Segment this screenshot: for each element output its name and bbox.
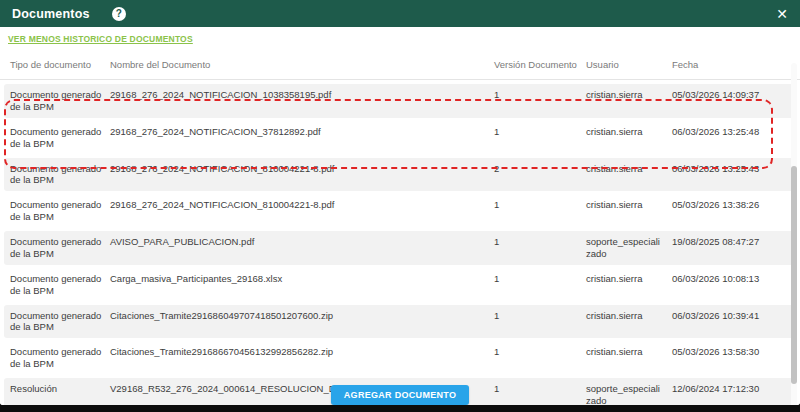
cell-fecha: 05/03/2026 13:58:30 bbox=[672, 346, 785, 358]
cell-fecha: 06/03/2026 10:08:13 bbox=[672, 273, 785, 285]
cell-fecha: 05/03/2026 14:09:37 bbox=[672, 89, 785, 101]
cell-tipo: Documento generado de la BPM bbox=[10, 310, 110, 334]
cell-tipo: Documento generado de la BPM bbox=[10, 346, 110, 370]
col-header-tipo: Tipo de documento bbox=[10, 59, 110, 70]
add-document-button[interactable]: AGREGAR DOCUMENTO bbox=[331, 385, 469, 405]
scrollbar-track[interactable] bbox=[791, 63, 797, 405]
cell-fecha: 05/03/2026 13:38:26 bbox=[672, 199, 785, 211]
table-row: Documento generado de la BPM 29168_276_2… bbox=[4, 121, 796, 155]
documents-modal: Documentos ? ✕ VER MENOS HISTORICO DE DO… bbox=[0, 0, 800, 405]
cell-nombre: 29168_276_2024_NOTIFICACION_37812892.pdf bbox=[110, 126, 494, 138]
cell-fecha: 06/03/2026 13:25:43 bbox=[672, 163, 785, 175]
cell-usuario: cristian.sierra bbox=[586, 310, 672, 322]
table-row: Documento generado de la BPM 29168_276_2… bbox=[4, 194, 796, 228]
cell-nombre: AVISO_PARA_PUBLICACION.pdf bbox=[110, 236, 494, 248]
cell-tipo: Documento generado de la BPM bbox=[10, 163, 110, 187]
cell-nombre: Carga_masiva_Participantes_29168.xlsx bbox=[110, 273, 494, 285]
col-header-nombre: Nombre del Documento bbox=[110, 59, 494, 70]
cell-version: 1 bbox=[494, 310, 586, 322]
cell-version: 1 bbox=[494, 346, 586, 358]
toggle-history-link[interactable]: VER MENOS HISTORICO DE DOCUMENTOS bbox=[8, 34, 193, 44]
table-row: Documento generado de la BPM Carga_masiv… bbox=[4, 268, 796, 302]
cell-nombre: Citaciones_Tramite2916860497074185012076… bbox=[110, 310, 494, 322]
cell-usuario: cristian.sierra bbox=[586, 346, 672, 358]
cell-version: 1 bbox=[494, 89, 586, 101]
documents-table: Tipo de documento Nombre del Documento V… bbox=[0, 50, 800, 405]
cell-tipo: Documento generado de la BPM bbox=[10, 199, 110, 223]
table-row: Documento generado de la BPM 29168_276_2… bbox=[4, 158, 796, 192]
cell-version: 1 bbox=[494, 126, 586, 138]
cell-version: 1 bbox=[494, 273, 586, 285]
cell-nombre: Citaciones_Tramite2916866704561329928562… bbox=[110, 346, 494, 358]
cell-tipo: Documento generado de la BPM bbox=[10, 236, 110, 260]
table-header-row: Tipo de documento Nombre del Documento V… bbox=[0, 50, 800, 80]
footer-bar: AGREGAR DOCUMENTO bbox=[0, 384, 800, 405]
documents-modal-screen: Documentos ? ✕ VER MENOS HISTORICO DE DO… bbox=[0, 0, 800, 412]
cell-nombre: 29168_276_2024_NOTIFICACION_1038358195.p… bbox=[110, 89, 494, 101]
modal-title: Documentos bbox=[12, 7, 90, 21]
cell-tipo: Documento generado de la BPM bbox=[10, 273, 110, 297]
col-header-usuario: Usuario bbox=[586, 59, 672, 70]
table-row: Documento generado de la BPM AVISO_PARA_… bbox=[4, 231, 796, 265]
table-body: Documento generado de la BPM 29168_276_2… bbox=[0, 80, 800, 405]
cell-usuario: cristian.sierra bbox=[586, 89, 672, 101]
cell-usuario: cristian.sierra bbox=[586, 163, 672, 175]
cell-usuario: cristian.sierra bbox=[586, 126, 672, 138]
cell-version: 2 bbox=[494, 163, 586, 175]
cell-usuario: cristian.sierra bbox=[586, 199, 672, 211]
modal-body: VER MENOS HISTORICO DE DOCUMENTOS Tipo d… bbox=[0, 27, 800, 405]
cell-version: 1 bbox=[494, 236, 586, 248]
cell-tipo: Documento generado de la BPM bbox=[10, 89, 110, 113]
cell-nombre: 29168_276_2024_NOTIFICACION_810004221-8.… bbox=[110, 199, 494, 211]
col-header-version: Versión Documento bbox=[494, 59, 586, 70]
cell-usuario: cristian.sierra bbox=[586, 273, 672, 285]
table-row: Documento generado de la BPM Citaciones_… bbox=[4, 341, 796, 375]
close-icon[interactable]: ✕ bbox=[776, 7, 788, 21]
col-header-fecha: Fecha bbox=[672, 59, 785, 70]
cell-tipo: Documento generado de la BPM bbox=[10, 126, 110, 150]
table-row: Documento generado de la BPM Citaciones_… bbox=[4, 305, 796, 339]
help-icon[interactable]: ? bbox=[112, 7, 126, 21]
background-overlay-strip bbox=[0, 405, 800, 412]
cell-fecha: 19/08/2025 08:47:27 bbox=[672, 236, 785, 248]
cell-usuario: soporte_especializado bbox=[586, 236, 672, 260]
cell-version: 1 bbox=[494, 199, 586, 211]
cell-nombre: 29168_276_2024_NOTIFICACION_810004221-8.… bbox=[110, 163, 494, 175]
cell-fecha: 06/03/2026 13:25:48 bbox=[672, 126, 785, 138]
modal-header: Documentos ? ✕ bbox=[0, 0, 800, 27]
table-row: Documento generado de la BPM 29168_276_2… bbox=[4, 84, 796, 118]
scrollbar-thumb[interactable] bbox=[791, 166, 797, 384]
cell-fecha: 06/03/2026 10:39:41 bbox=[672, 310, 785, 322]
